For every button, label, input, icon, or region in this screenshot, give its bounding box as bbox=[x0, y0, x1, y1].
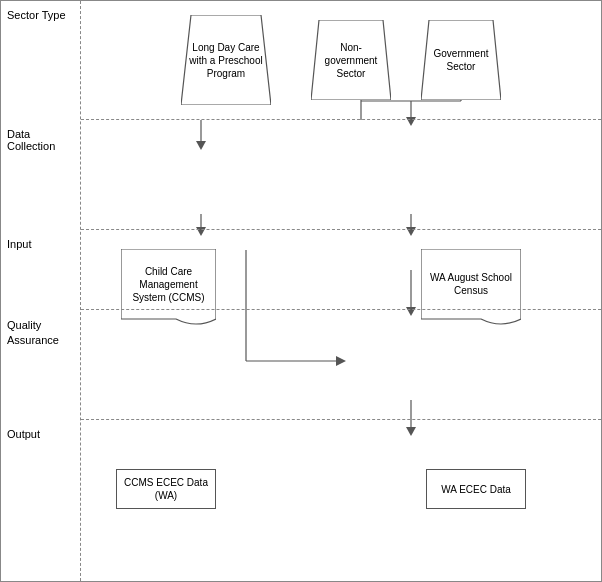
left-labels: Sector Type Data Collection Input Qualit… bbox=[1, 1, 81, 581]
long-day-care-shape: Long Day Care with a Preschool Program bbox=[181, 15, 271, 105]
data-collection-row: Child Care Management System (CCMS) WA A… bbox=[81, 120, 601, 230]
diagram-container: Sector Type Data Collection Input Qualit… bbox=[0, 0, 602, 582]
sector-type-row: Long Day Care with a Preschool Program N… bbox=[81, 1, 601, 120]
label-input: Input bbox=[1, 230, 80, 310]
label-quality-assurance: Quality Assurance bbox=[1, 310, 80, 420]
label-output: Output bbox=[1, 420, 80, 520]
main-area: Long Day Care with a Preschool Program N… bbox=[81, 1, 601, 581]
label-sector-type: Sector Type bbox=[1, 1, 80, 120]
quality-assurance-row: ABS National ECEC Collection bbox=[81, 310, 601, 420]
label-data-collection: Data Collection bbox=[1, 120, 80, 230]
output-row: Preschool Education, Australia bbox=[81, 420, 601, 520]
non-government-shape: Non-government Sector bbox=[311, 20, 391, 100]
input-row: CCMS ECEC Data (WA) WA ECEC Data bbox=[81, 230, 601, 310]
government-shape: Government Sector bbox=[421, 20, 501, 100]
